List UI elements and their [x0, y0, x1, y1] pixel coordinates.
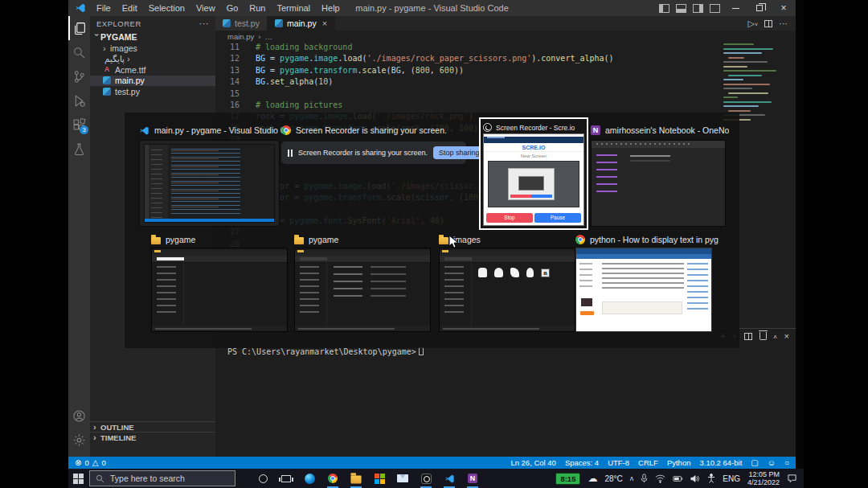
section-outline[interactable]: ›OUTLINE	[90, 421, 215, 432]
restore-button[interactable]	[747, 0, 772, 16]
explorer-thumbnail[interactable]: a	[439, 248, 575, 332]
breadcrumb-more[interactable]: …	[264, 32, 272, 41]
minimize-button[interactable]	[723, 0, 747, 16]
file-item-Acme-ttf[interactable]: AAcme.ttf	[90, 64, 215, 76]
file-item-test-py[interactable]: test.py	[90, 86, 215, 97]
battery-time-badge[interactable]: 8:15	[555, 473, 580, 485]
weather-icon[interactable]: ☁	[588, 473, 597, 484]
extensions-icon[interactable]: 3	[68, 113, 90, 137]
temperature-label[interactable]: 28°C	[604, 474, 622, 483]
explorer-more-actions-icon[interactable]: ···	[199, 18, 210, 28]
menu-item-file[interactable]: File	[91, 0, 117, 16]
search-icon[interactable]	[68, 40, 90, 64]
vscode-taskbar-icon[interactable]	[443, 472, 456, 485]
tab-test-py[interactable]: test.py	[215, 16, 268, 31]
file-item-پایگیم[interactable]: پایگیم›	[90, 54, 215, 65]
microsoft-store-icon[interactable]	[373, 472, 386, 485]
screcio-stop-button[interactable]: Stop	[486, 213, 533, 223]
onenote-taskbar-icon[interactable]: N	[466, 472, 479, 485]
screcio-thumbnail[interactable]: SCRE.IO New Screen Stop Pause	[483, 133, 584, 226]
font-file-icon: A	[103, 65, 111, 74]
screen-sharing-banner[interactable]: Screen Recorder is sharing your screen. …	[281, 141, 466, 164]
toggle-sidebar-icon[interactable]	[659, 4, 669, 13]
chrome-icon[interactable]	[326, 472, 339, 485]
kill-terminal-icon[interactable]	[760, 332, 767, 340]
battery-icon[interactable]	[673, 475, 683, 482]
file-item-images[interactable]: ›images	[90, 43, 215, 54]
switcher-item-screcio-selected[interactable]: Screen Recorder - Scre.io SCRE.IO New Sc…	[479, 117, 588, 230]
menu-item-terminal[interactable]: Terminal	[272, 0, 317, 16]
status-python-interpreter[interactable]: 3.10.2 64-bit	[699, 458, 742, 467]
mail-icon[interactable]	[396, 472, 409, 485]
run-debug-icon[interactable]	[68, 88, 90, 113]
tab-main-py[interactable]: main.py ×	[268, 16, 335, 31]
menu-item-selection[interactable]: Selection	[143, 0, 190, 16]
explorer-thumbnail[interactable]	[151, 248, 288, 332]
screcio-pause-button[interactable]: Pause	[534, 213, 581, 223]
file-explorer-icon[interactable]	[350, 472, 362, 485]
split-terminal-icon[interactable]	[744, 333, 752, 340]
source-control-icon[interactable]	[68, 64, 90, 88]
taskbar-search[interactable]: Type here to search	[89, 470, 235, 486]
explorer-icon[interactable]	[68, 16, 90, 40]
wifi-icon[interactable]	[655, 474, 665, 483]
ease-of-access-icon[interactable]	[707, 474, 715, 483]
file-item-main-py[interactable]: main.py	[90, 76, 215, 87]
status-cursor-position[interactable]: Ln 26, Col 40	[510, 458, 556, 467]
account-icon[interactable]	[68, 404, 90, 428]
cortana-icon[interactable]	[256, 472, 269, 485]
notebook-layout-icon[interactable]: ▢	[751, 458, 758, 467]
switcher-item-folder-pygame-1[interactable]: pygame	[151, 233, 289, 332]
screen-recorder-icon[interactable]	[420, 472, 432, 485]
switcher-item-onenote[interactable]: N amirhossein's Notebook - OneNote for..…	[591, 124, 729, 227]
speaker-icon[interactable]	[690, 474, 700, 483]
status-indentation[interactable]: Spaces: 4	[565, 458, 599, 467]
stop-sharing-button[interactable]: Stop sharing	[433, 146, 485, 159]
problems-status[interactable]: ⊗ 0 △ 0	[68, 458, 106, 467]
status-language-mode[interactable]: Python	[667, 458, 691, 467]
status-eol[interactable]: CRLF	[638, 458, 658, 467]
breadcrumb-file[interactable]: main.py	[227, 32, 254, 41]
status-encoding[interactable]: UTF-8	[608, 458, 629, 467]
panel-maximize-icon[interactable]: ᴧ	[774, 333, 777, 340]
switcher-item-folder-pygame-2[interactable]: pygame	[294, 233, 432, 332]
feedback-icon[interactable]: ☺	[768, 458, 776, 467]
vscode-thumbnail[interactable]	[139, 140, 280, 227]
task-view-icon[interactable]	[280, 472, 293, 485]
menu-item-edit[interactable]: Edit	[117, 0, 143, 16]
explorer-root-folder[interactable]: › PYGAME	[90, 31, 215, 43]
split-editor-icon[interactable]	[764, 20, 772, 27]
run-python-file-icon[interactable]: ▷˅	[747, 18, 758, 29]
customize-layout-icon[interactable]	[710, 4, 720, 13]
notification-center-icon[interactable]	[787, 474, 797, 483]
onenote-thumbnail[interactable]	[591, 140, 726, 227]
microphone-icon[interactable]	[641, 474, 648, 483]
close-button[interactable]: ×	[772, 0, 796, 16]
tray-clock[interactable]: 12:05 PM 4/21/2022	[747, 470, 780, 486]
tab-close-icon[interactable]: ×	[322, 18, 327, 28]
testing-icon[interactable]	[68, 137, 90, 161]
section-timeline[interactable]: ›TIMELINE	[90, 432, 215, 442]
more-actions-icon[interactable]: ···	[779, 18, 788, 28]
switcher-item-chrome-banner[interactable]: Screen Recorder is sharing your screen. …	[281, 124, 482, 164]
breadcrumb[interactable]: main.py › …	[215, 31, 796, 42]
toggle-secondary-sidebar-icon[interactable]	[693, 4, 703, 13]
toggle-panel-icon[interactable]	[676, 4, 686, 13]
bell-icon[interactable]: ○	[784, 458, 789, 467]
settings-gear-icon[interactable]	[68, 428, 90, 452]
hidden-icons-chevron[interactable]: ᴧ	[630, 474, 634, 482]
explorer-thumbnail[interactable]	[294, 248, 431, 332]
language-indicator[interactable]: ENG	[723, 474, 740, 483]
menu-item-run[interactable]: Run	[244, 0, 271, 16]
edge-icon[interactable]	[303, 472, 316, 485]
close-panel-icon[interactable]: ×	[784, 331, 789, 341]
switcher-item-vscode[interactable]: main.py - pygame - Visual Studio Code	[139, 124, 284, 227]
terminal-prompt[interactable]: PS C:\Users\rayanmarket\Desktop\pygame>	[227, 347, 424, 356]
browser-thumbnail[interactable]	[575, 248, 712, 332]
switcher-item-chrome-stackoverflow[interactable]: python - How to display text in pygame..…	[575, 233, 719, 332]
start-button[interactable]	[68, 469, 88, 488]
menu-item-go[interactable]: Go	[221, 0, 244, 16]
code-token: transform	[313, 66, 357, 75]
menu-item-help[interactable]: Help	[316, 0, 346, 16]
menu-item-view[interactable]: View	[190, 0, 221, 16]
